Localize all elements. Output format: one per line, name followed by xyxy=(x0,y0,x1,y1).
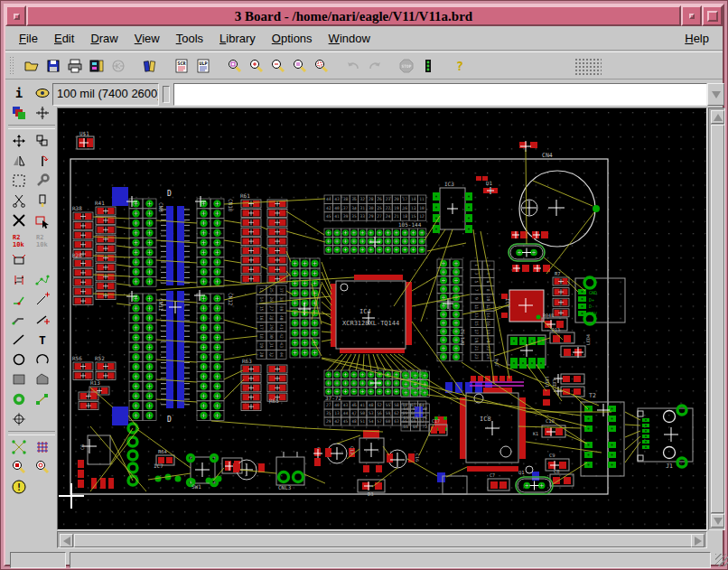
tool-errors[interactable] xyxy=(31,457,54,477)
zoom-select-button[interactable] xyxy=(289,55,311,77)
svg-text:66: 66 xyxy=(403,425,408,429)
save-button[interactable] xyxy=(42,55,64,77)
vertical-scroll-thumb[interactable] xyxy=(711,125,724,513)
tool-hole[interactable] xyxy=(7,409,31,429)
tool-name[interactable]: R210k xyxy=(7,230,31,250)
tool-arc[interactable] xyxy=(31,350,54,369)
tool-miter[interactable] xyxy=(31,290,54,310)
tool-delete[interactable] xyxy=(7,210,31,230)
tool-copy[interactable] xyxy=(31,131,54,151)
tool-drc[interactable] xyxy=(7,457,31,477)
pcb-r xyxy=(564,335,571,342)
zoom-out-button[interactable] xyxy=(267,55,289,77)
svg-text:21: 21 xyxy=(394,214,399,219)
tool-paste[interactable] xyxy=(31,191,54,210)
undo-button[interactable] xyxy=(342,55,364,77)
horizontal-scrollbar[interactable] xyxy=(57,531,707,548)
copy-icon xyxy=(34,133,51,149)
svg-text:56: 56 xyxy=(377,411,382,416)
tool-move[interactable] xyxy=(7,131,31,151)
stop-button[interactable]: STOP xyxy=(396,55,417,77)
menu-draw[interactable]: Draw xyxy=(82,28,126,49)
tool-text[interactable]: T xyxy=(31,330,54,350)
zoom-fit-button[interactable] xyxy=(224,55,246,77)
cn8-pads[interactable] xyxy=(129,199,156,286)
tool-rect[interactable] xyxy=(7,369,31,389)
svg-text:51: 51 xyxy=(360,419,366,424)
tool-split[interactable] xyxy=(7,290,31,310)
tool-smash[interactable] xyxy=(7,250,31,270)
print-button[interactable] xyxy=(64,55,86,77)
tool-ratsnest[interactable] xyxy=(7,437,31,457)
change-icon xyxy=(34,173,51,189)
scroll-up-button[interactable] xyxy=(711,110,724,124)
scroll-left-button[interactable] xyxy=(60,534,73,547)
menu-help[interactable]: Help xyxy=(677,28,717,49)
menu-edit[interactable]: Edit xyxy=(46,28,82,49)
cn10-pads[interactable] xyxy=(197,199,224,286)
tool-via[interactable] xyxy=(7,389,31,409)
command-input[interactable] xyxy=(173,83,707,106)
pcb-r xyxy=(375,482,382,490)
help-button[interactable]: ? xyxy=(449,55,471,77)
pcb-canvas[interactable]: U$1DDCN8CN11CN10CN12R38R28R41R56R52R13R6… xyxy=(57,107,707,530)
open-button[interactable] xyxy=(21,55,42,77)
tool-value[interactable]: R210k xyxy=(31,230,54,250)
menu-library[interactable]: Library xyxy=(211,28,264,49)
tool-wire[interactable] xyxy=(7,330,31,350)
tool-warn[interactable]: ! xyxy=(7,477,31,497)
tool-mirror[interactable] xyxy=(7,151,31,171)
library-button[interactable] xyxy=(139,55,161,77)
tool-mark[interactable] xyxy=(31,103,54,123)
script-button[interactable]: SCR xyxy=(171,55,192,77)
vertical-scrollbar[interactable] xyxy=(708,107,725,530)
run-button[interactable] xyxy=(417,55,439,77)
tool-signal[interactable] xyxy=(31,389,54,409)
dp-array[interactable] xyxy=(437,259,462,361)
tool-polygon[interactable] xyxy=(31,369,54,389)
tool-pinswap[interactable] xyxy=(7,270,31,290)
scroll-down-button[interactable] xyxy=(711,514,724,528)
board-drawing[interactable]: U$1DDCN8CN11CN10CN12R38R28R41R56R52R13R6… xyxy=(58,108,706,529)
command-history-button[interactable] xyxy=(707,83,724,106)
window-menu-button[interactable] xyxy=(5,5,26,26)
minimize-button[interactable] xyxy=(681,5,702,26)
menu-file[interactable]: File xyxy=(11,28,46,49)
svg-text:29: 29 xyxy=(326,419,331,424)
menu-tools[interactable]: Tools xyxy=(168,28,211,49)
status-cell-left xyxy=(10,552,66,568)
tool-optimize[interactable] xyxy=(31,270,54,290)
tool-ripup[interactable] xyxy=(31,310,54,330)
tool-cut[interactable] xyxy=(7,191,31,210)
menu-options[interactable]: Options xyxy=(264,28,321,49)
horizontal-scroll-thumb[interactable] xyxy=(74,534,692,547)
resize-grip[interactable] xyxy=(715,554,728,566)
tool-route[interactable] xyxy=(7,310,31,330)
tool-circle[interactable] xyxy=(7,350,31,369)
pcb-tx: LED4 xyxy=(585,334,591,345)
tool-group[interactable] xyxy=(7,171,31,191)
zoom-redraw-button[interactable] xyxy=(311,55,332,77)
cn8-bar[interactable] xyxy=(166,206,173,285)
cn11-bar[interactable] xyxy=(166,291,173,408)
svg-text:66: 66 xyxy=(403,419,408,424)
maximize-button[interactable] xyxy=(702,5,723,26)
tool-add[interactable] xyxy=(31,210,54,230)
tool-show[interactable] xyxy=(31,83,54,103)
tool-auto[interactable] xyxy=(31,437,54,457)
menu-window[interactable]: Window xyxy=(321,28,378,49)
tool-display[interactable] xyxy=(7,103,31,123)
menu-view[interactable]: View xyxy=(126,28,168,49)
tool-info[interactable]: i xyxy=(7,83,31,103)
tool-change[interactable] xyxy=(31,171,54,191)
ulp-button[interactable]: ULP xyxy=(192,55,214,77)
redo-button[interactable] xyxy=(364,55,386,77)
cam-button[interactable] xyxy=(86,55,107,77)
text-icon: T xyxy=(34,332,51,348)
toolbar-drag-handle[interactable] xyxy=(9,56,15,76)
zoom-in-button[interactable] xyxy=(246,55,267,77)
scroll-right-button[interactable] xyxy=(691,534,705,547)
board-button[interactable] xyxy=(107,55,129,77)
svg-text:R2: R2 xyxy=(36,234,43,241)
tool-rotate[interactable] xyxy=(31,151,54,171)
